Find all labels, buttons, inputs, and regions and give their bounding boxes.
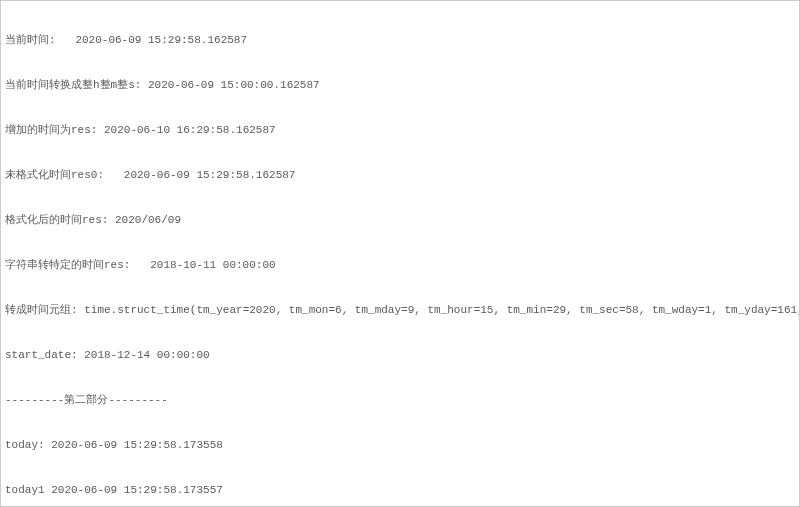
output-line: ---------第二部分---------: [5, 393, 795, 408]
output-line: 转成时间元组: time.struct_time(tm_year=2020, t…: [5, 303, 795, 318]
output-line: start_date: 2018-12-14 00:00:00: [5, 348, 795, 363]
output-line: today: 2020-06-09 15:29:58.173558: [5, 438, 795, 453]
output-line: 当前时间转换成整h整m整s: 2020-06-09 15:00:00.16258…: [5, 78, 795, 93]
output-line: 格式化后的时间res: 2020/06/09: [5, 213, 795, 228]
console-output: 当前时间: 2020-06-09 15:29:58.162587 当前时间转换成…: [1, 1, 799, 507]
output-line: 当前时间: 2020-06-09 15:29:58.162587: [5, 33, 795, 48]
output-line: 字符串转特定的时间res: 2018-10-11 00:00:00: [5, 258, 795, 273]
output-line: 增加的时间为res: 2020-06-10 16:29:58.162587: [5, 123, 795, 138]
output-line: today1 2020-06-09 15:29:58.173557: [5, 483, 795, 498]
output-line: 未格式化时间res0: 2020-06-09 15:29:58.162587: [5, 168, 795, 183]
